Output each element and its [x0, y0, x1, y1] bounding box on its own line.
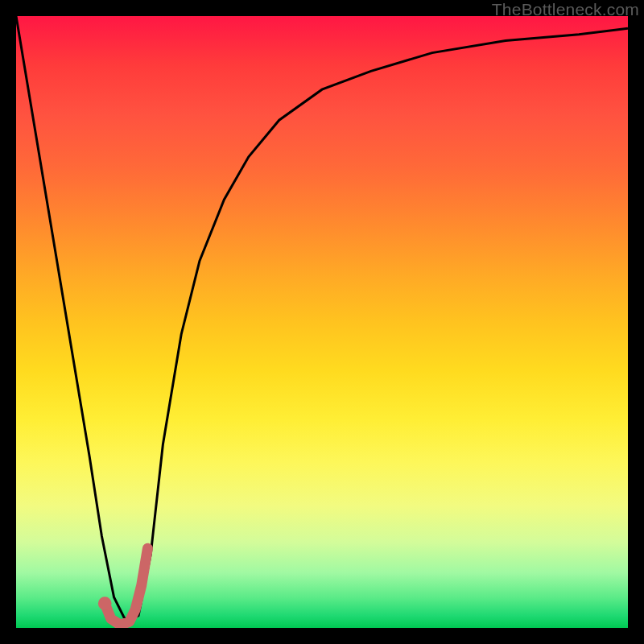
- bottleneck-curve: [16, 16, 628, 621]
- plot-area: [16, 16, 628, 628]
- curve-layer: [16, 16, 628, 628]
- chart-container: TheBottleneck.com: [0, 0, 644, 644]
- min-point-marker: [98, 597, 112, 610]
